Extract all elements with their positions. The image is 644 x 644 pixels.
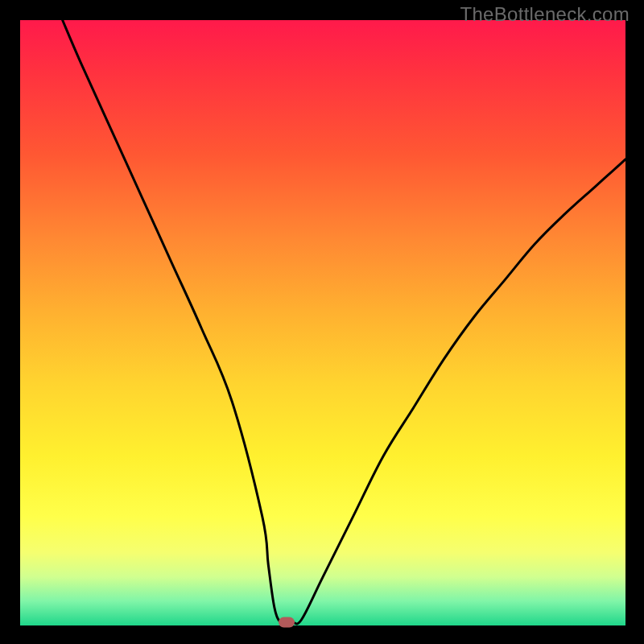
plot-area — [20, 20, 625, 625]
bottleneck-curve — [20, 20, 625, 625]
optimal-point-marker — [279, 617, 295, 628]
chart-frame: TheBottleneck.com — [0, 0, 644, 644]
watermark-text: TheBottleneck.com — [460, 3, 630, 26]
